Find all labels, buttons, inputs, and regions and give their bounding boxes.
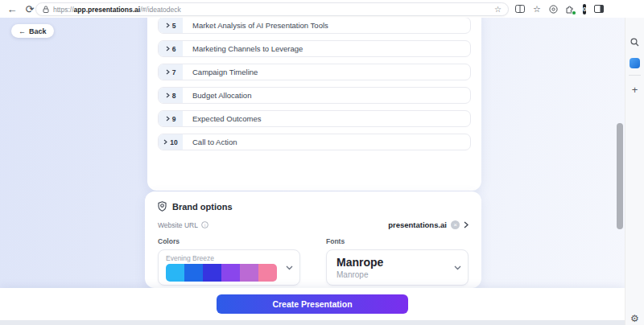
- browser-back-icon[interactable]: ←: [3, 2, 21, 16]
- expand-chevron-icon[interactable]: [166, 93, 170, 98]
- outline-row[interactable]: 9 Expected Outcomes: [158, 110, 471, 127]
- screenshot-root: ← ⟳ https://app.presentations.ai/#/ideat…: [0, 0, 644, 325]
- info-icon[interactable]: i: [201, 221, 208, 228]
- font-name: Manrope: [336, 256, 383, 269]
- bottom-strip: [0, 320, 625, 325]
- url-text: https://app.presentations.ai/#/ideatodec…: [53, 6, 181, 14]
- brand-options-header: Brand options: [158, 201, 469, 212]
- sidebar-copilot-icon[interactable]: [629, 56, 642, 69]
- expand-chevron-icon[interactable]: [166, 116, 170, 121]
- row-number: 7: [172, 68, 176, 76]
- sidebar-divider: [629, 75, 641, 76]
- brand-pickers: Colors Evening Breeze Fonts Manrope Manr…: [158, 237, 469, 286]
- page-scrollbar-thumb[interactable]: [617, 123, 623, 229]
- row-title: Market Analysis of AI Presentation Tools: [183, 18, 328, 33]
- colors-dropdown[interactable]: Evening Breeze: [158, 249, 300, 286]
- settings-gear-icon[interactable]: ⚙: [629, 312, 642, 325]
- outline-row[interactable]: 7 Campaign Timeline: [158, 64, 471, 80]
- row-title: Expected Outcomes: [183, 111, 262, 126]
- split-screen-icon[interactable]: [515, 3, 525, 14]
- row-number: 10: [170, 138, 177, 146]
- outline-row[interactable]: 5 Market Analysis of AI Presentation Too…: [158, 18, 471, 34]
- palette-color-swatch: [240, 264, 258, 282]
- extensions-icon[interactable]: [566, 3, 575, 14]
- create-presentation-button[interactable]: Create Presentation: [217, 294, 408, 314]
- chevron-down-icon: [286, 265, 293, 270]
- browser-essentials-icon[interactable]: [549, 3, 558, 14]
- sidebar-add-icon[interactable]: +: [629, 83, 642, 96]
- row-number-cell: 6: [159, 41, 183, 56]
- fonts-picker-col: Fonts Manrope Manrope: [326, 237, 469, 286]
- outline-row[interactable]: 10 Call to Action: [158, 134, 471, 150]
- chevron-down-icon: [454, 265, 461, 270]
- collections-star-icon[interactable]: ☆: [533, 3, 541, 14]
- back-arrow-icon: ←: [19, 27, 26, 35]
- svg-text:i: i: [204, 223, 205, 228]
- profile-panel-icon[interactable]: [594, 3, 604, 14]
- brand-options-card: Brand options Website URL i presentation…: [145, 191, 481, 288]
- website-url-row: Website URL i presentations.ai ×: [158, 220, 469, 229]
- row-number-cell: 9: [159, 111, 183, 126]
- outline-row[interactable]: 8 Budget Allocation: [158, 87, 471, 104]
- outline-row[interactable]: 6 Marketing Channels to Leverage: [158, 40, 471, 57]
- palette-color-swatch: [221, 264, 240, 282]
- font-preview: Manrope: [336, 270, 368, 279]
- palette-name: Evening Breeze: [166, 254, 214, 262]
- expand-chevron-icon[interactable]: [163, 139, 167, 145]
- outline-rows: 5 Market Analysis of AI Presentation Too…: [158, 18, 471, 191]
- brand-options-title: Brand options: [172, 202, 233, 212]
- palette-color-swatch: [184, 264, 203, 282]
- browser-toolbar: ← ⟳ https://app.presentations.ai/#/ideat…: [0, 0, 644, 18]
- palette-swatches: [166, 264, 277, 282]
- row-title: Budget Allocation: [183, 88, 251, 103]
- row-number: 6: [172, 45, 176, 53]
- fonts-label: Fonts: [326, 237, 469, 245]
- fonts-dropdown[interactable]: Manrope Manrope: [326, 249, 469, 286]
- back-label: Back: [29, 27, 47, 35]
- row-number-cell: 10: [159, 134, 183, 150]
- row-title: Call to Action: [183, 134, 237, 150]
- colors-picker-col: Colors Evening Breeze: [158, 237, 300, 286]
- expand-chevron-icon[interactable]: [166, 23, 170, 28]
- row-title: Campaign Timeline: [183, 64, 258, 80]
- bottom-action-bar: Create Presentation: [0, 288, 625, 320]
- website-url-label: Website URL i: [158, 221, 208, 229]
- site-security-lock-icon: [43, 6, 49, 13]
- row-number: 9: [172, 115, 176, 123]
- row-number-cell: 7: [159, 64, 183, 80]
- row-number: 5: [172, 22, 176, 30]
- adblock-badge-icon[interactable]: 0: [583, 4, 586, 14]
- edge-sidebar: + ⚙: [625, 0, 644, 325]
- palette-color-swatch: [166, 264, 184, 282]
- row-number: 8: [172, 92, 176, 100]
- app-page: ← Back 5 Market Analysis of AI Presentat…: [0, 18, 625, 325]
- palette-color-swatch: [203, 264, 221, 282]
- chevron-right-icon[interactable]: [464, 221, 469, 228]
- expand-chevron-icon[interactable]: [166, 46, 170, 51]
- extension-status-dot: [572, 10, 576, 15]
- row-number-cell: 5: [159, 18, 183, 33]
- brand-shield-icon: [158, 201, 167, 212]
- bookmark-star-icon[interactable]: ☆: [494, 5, 502, 14]
- expand-chevron-icon[interactable]: [166, 69, 170, 75]
- website-url-value: presentations.ai: [388, 220, 447, 229]
- sidebar-search-icon[interactable]: [629, 35, 642, 48]
- row-number-cell: 8: [159, 88, 183, 103]
- colors-label: Colors: [158, 237, 300, 245]
- address-bar[interactable]: https://app.presentations.ai/#/ideatodec…: [35, 2, 509, 16]
- back-button[interactable]: ← Back: [11, 24, 54, 38]
- row-title: Marketing Channels to Leverage: [183, 41, 303, 56]
- palette-color-swatch: [258, 264, 277, 282]
- clear-url-icon[interactable]: ×: [451, 220, 460, 229]
- outline-card: 5 Market Analysis of AI Presentation Too…: [147, 18, 481, 191]
- website-url-value-group[interactable]: presentations.ai ×: [388, 220, 469, 229]
